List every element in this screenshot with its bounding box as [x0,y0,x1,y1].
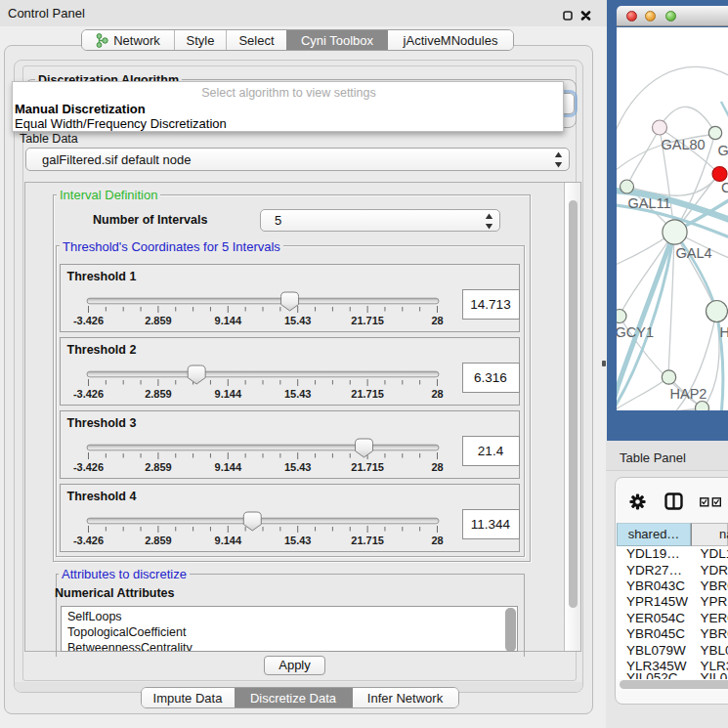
svg-text:21.715: 21.715 [351,534,384,545]
svg-text:9.144: 9.144 [214,314,241,325]
svg-text:GAL11: GAL11 [628,195,671,211]
svg-text:2.859: 2.859 [145,314,172,325]
svg-text:-3.426: -3.426 [72,314,103,325]
svg-text:H: H [720,324,728,340]
svg-text:9.144: 9.144 [214,534,241,545]
svg-text:GAL80: GAL80 [662,137,706,152]
svg-text:HAP2: HAP2 [670,386,707,402]
svg-text:C: C [721,180,728,195]
svg-text:15.43: 15.43 [283,460,311,472]
svg-text:15.43: 15.43 [283,534,311,545]
svg-text:28: 28 [431,534,443,545]
svg-text:15.43: 15.43 [283,387,311,399]
svg-text:GAL4: GAL4 [676,245,712,261]
svg-text:2.859: 2.859 [145,387,172,399]
svg-text:GCY1: GCY1 [617,324,654,340]
svg-text:9.144: 9.144 [214,460,241,472]
svg-text:28: 28 [431,314,443,325]
svg-text:15.43: 15.43 [283,314,311,325]
svg-text:9.144: 9.144 [214,387,241,399]
svg-text:2.859: 2.859 [145,534,172,545]
svg-text:21.715: 21.715 [351,387,384,399]
svg-text:21.715: 21.715 [351,460,384,472]
svg-text:2.859: 2.859 [145,460,172,472]
svg-text:GAL…: GAL… [718,143,728,158]
svg-text:-3.426: -3.426 [72,534,103,545]
svg-text:28: 28 [431,460,443,472]
svg-text:-3.426: -3.426 [72,387,103,399]
svg-text:-3.426: -3.426 [72,460,103,472]
svg-text:21.715: 21.715 [351,314,384,325]
svg-text:28: 28 [431,387,443,399]
